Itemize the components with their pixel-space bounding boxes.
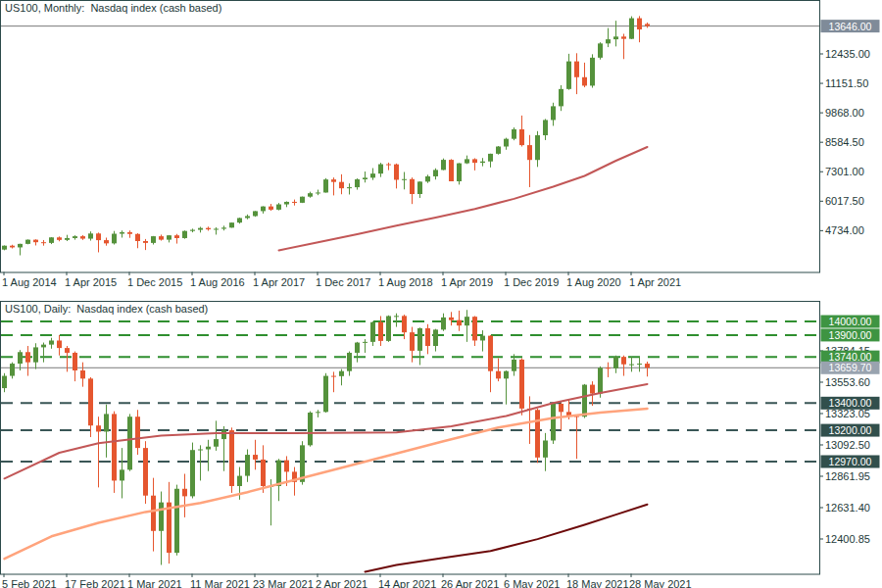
candle-down: [73, 353, 77, 370]
time-tick-label: 18 May 2021: [566, 578, 629, 588]
price-tick-label: 6017.50: [825, 195, 864, 207]
time-tick-label: 5 Feb 2021: [2, 578, 57, 588]
candle-up: [441, 160, 446, 170]
candle-up: [174, 489, 179, 553]
candle-up: [598, 368, 603, 393]
candle-up: [300, 197, 305, 203]
time-tick-label: 1 Apr 2015: [65, 276, 117, 288]
moving-average-line-ma-1[interactable]: [279, 147, 648, 250]
level-price-box[interactable]: 12970.00: [821, 455, 880, 467]
candle-down: [151, 496, 156, 531]
current-price-box-label: 13646.00: [829, 21, 872, 32]
candle-down: [135, 416, 140, 448]
level-price-box[interactable]: 13900.00: [821, 328, 880, 341]
candle-up: [613, 36, 618, 39]
candle-down: [394, 165, 399, 180]
candle-down: [112, 414, 117, 480]
candle-up: [214, 439, 219, 447]
candle-down: [519, 129, 524, 145]
price-axis[interactable]: 13784.1513553.6013323.0513092.5012861.95…: [819, 345, 870, 545]
candle-up: [221, 227, 226, 228]
candle-up: [49, 237, 54, 243]
candle-down: [33, 240, 38, 243]
current-price-box[interactable]: 13646.00: [821, 20, 880, 32]
monthly-chart-title: US100, Monthly: Nasdaq index (cash based…: [5, 2, 221, 14]
level-price-box[interactable]: 13200.00: [821, 424, 880, 437]
time-axis[interactable]: 5 Feb 202117 Feb 20211 Mar 202111 Mar 20…: [2, 574, 692, 588]
time-tick-label: 1 Aug 2018: [378, 276, 433, 288]
price-tick-label: 13092.50: [825, 439, 870, 451]
candle-up: [237, 476, 242, 486]
candle-up: [167, 235, 172, 239]
candle-down: [339, 182, 344, 188]
candle-up: [370, 173, 375, 177]
candle-up: [386, 316, 391, 340]
candle-up: [245, 216, 250, 218]
candle-down: [182, 489, 187, 497]
candle-up: [276, 461, 281, 486]
candle-down: [582, 77, 587, 86]
candle-up: [425, 176, 430, 181]
price-tick-label: 12435.00: [825, 48, 870, 60]
time-tick-label: 1 Dec 2019: [504, 276, 559, 288]
level-price-box[interactable]: 14000.00: [821, 316, 880, 328]
candle-up: [112, 234, 117, 244]
price-tick-label: 12400.85: [825, 533, 870, 545]
price-tick-label: 4734.00: [825, 224, 864, 236]
candle-up: [229, 222, 234, 227]
candle-up: [308, 413, 313, 445]
level-price-box[interactable]: 13400.00: [821, 397, 880, 410]
trading-workspace: US100, Monthly: Nasdaq index (cash based…: [0, 0, 882, 588]
candle-up: [33, 347, 38, 362]
time-axis[interactable]: 1 Aug 20141 Apr 20151 Dec 20151 Aug 2016…: [2, 272, 681, 288]
candle-down: [574, 62, 579, 77]
candle-up: [198, 450, 203, 451]
candle-up: [237, 218, 242, 222]
candles: [2, 16, 650, 255]
candle-up: [543, 120, 548, 135]
candle-down: [535, 410, 540, 458]
price-axis[interactable]: 12435.0011151.509868.008584.507301.00601…: [819, 48, 870, 236]
candle-up: [535, 135, 540, 160]
candle-down: [559, 404, 564, 412]
candle-up: [214, 228, 219, 229]
moving-average-line-ma-3[interactable]: [366, 505, 648, 572]
candle-down: [65, 348, 70, 353]
candle-down: [127, 232, 132, 234]
time-tick-label: 17 Feb 2021: [65, 578, 125, 588]
candle-down: [57, 237, 62, 240]
candle-down: [159, 236, 164, 240]
level-price-box-label: 13200.00: [829, 424, 872, 436]
candle-up: [190, 450, 195, 496]
time-tick-label: 23 Mar 2021: [253, 578, 314, 588]
candle-up: [73, 236, 77, 238]
candle-down: [88, 378, 93, 425]
current-price-box[interactable]: 13659.70: [821, 362, 880, 374]
price-tick-label: 13553.60: [825, 376, 870, 388]
candle-up: [127, 416, 132, 469]
candle-up: [221, 430, 226, 439]
candle-down: [143, 448, 148, 496]
candle-down: [10, 246, 15, 248]
candle-up: [551, 106, 556, 120]
daily-chart-canvas[interactable]: 13784.1513553.6013323.0513092.5012861.95…: [0, 301, 882, 588]
candles: [2, 310, 650, 564]
candle-down: [96, 233, 101, 240]
monthly-chart-canvas[interactable]: 12435.0011151.509868.008584.507301.00601…: [0, 0, 882, 294]
candle-down: [449, 160, 454, 181]
time-tick-label: 14 Apr 2021: [378, 578, 436, 588]
candle-up: [25, 240, 30, 244]
candle-up: [378, 165, 383, 174]
candle-down: [410, 179, 415, 194]
candle-up: [323, 179, 328, 192]
candle-down: [292, 202, 297, 203]
candle-up: [433, 329, 438, 346]
candle-down: [472, 159, 477, 163]
time-tick-label: 11 Mar 2021: [190, 578, 250, 588]
candle-down: [496, 371, 501, 379]
candle-down: [174, 235, 179, 238]
price-tick-label: 11151.50: [825, 77, 868, 89]
candle-up: [316, 192, 320, 193]
candle-up: [49, 340, 54, 344]
candle-down: [261, 460, 266, 486]
